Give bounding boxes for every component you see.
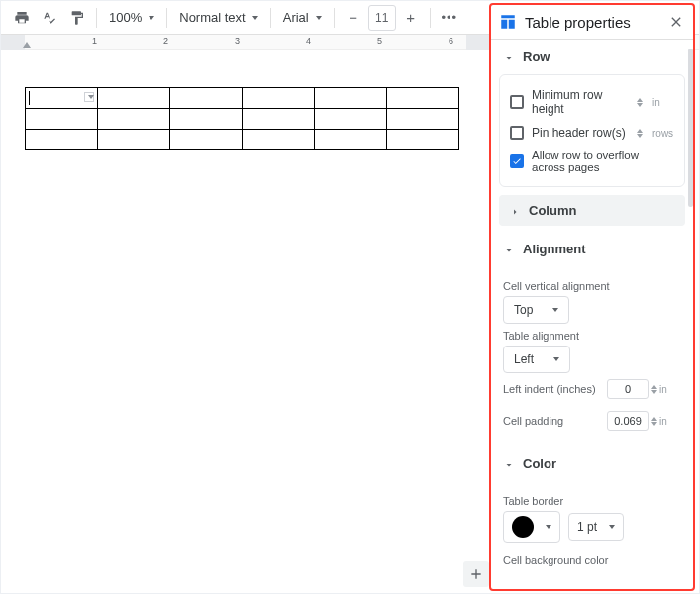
ruler-num: 2 bbox=[163, 36, 168, 46]
panel-title: Table properties bbox=[525, 14, 631, 31]
table-cell[interactable] bbox=[243, 88, 315, 109]
ruler-num: 5 bbox=[377, 36, 382, 46]
table-border-label: Table border bbox=[503, 495, 681, 507]
border-width-value: 1 pt bbox=[577, 520, 597, 534]
pin-header-checkbox[interactable] bbox=[510, 126, 524, 140]
cell-padding-stepper[interactable] bbox=[607, 411, 657, 431]
cell-menu-icon[interactable] bbox=[84, 92, 94, 102]
font-family-dropdown[interactable]: Arial bbox=[277, 5, 328, 31]
document-area[interactable] bbox=[1, 52, 493, 577]
min-row-height-unit: in bbox=[652, 97, 674, 108]
table-cell[interactable] bbox=[315, 109, 387, 130]
font-size-value[interactable]: 11 bbox=[368, 5, 396, 31]
overflow-label: Allow row to overflow across pages bbox=[532, 149, 674, 173]
section-row-header[interactable]: Row bbox=[491, 40, 693, 74]
font-family-value: Arial bbox=[283, 10, 309, 25]
table-properties-panel: Table properties Row Minimum row height … bbox=[491, 5, 693, 589]
min-row-height-checkbox[interactable] bbox=[510, 95, 524, 109]
table-cell[interactable] bbox=[170, 109, 243, 130]
print-icon[interactable] bbox=[9, 5, 35, 31]
left-indent-stepper[interactable] bbox=[607, 379, 657, 399]
cell-valign-label: Cell vertical alignment bbox=[503, 280, 681, 292]
table-row[interactable] bbox=[26, 130, 459, 150]
chevron-down-icon bbox=[503, 245, 513, 254]
section-row-title: Row bbox=[523, 50, 550, 64]
font-size-decrease[interactable]: − bbox=[341, 5, 366, 31]
table-cell[interactable] bbox=[26, 130, 98, 150]
explore-button[interactable] bbox=[463, 561, 489, 587]
pin-header-unit: rows bbox=[652, 128, 674, 139]
ruler-num: 1 bbox=[92, 36, 97, 46]
cell-padding-label: Cell padding bbox=[503, 415, 563, 427]
document-table[interactable] bbox=[25, 87, 459, 150]
table-cell[interactable] bbox=[315, 130, 387, 150]
table-align-select[interactable]: Left bbox=[503, 346, 570, 373]
pin-header-label: Pin header row(s) bbox=[532, 126, 626, 140]
left-indent-label: Left indent (inches) bbox=[503, 383, 596, 395]
chevron-right-icon bbox=[509, 206, 519, 216]
table-cell[interactable] bbox=[98, 130, 170, 150]
cell-padding-row: Cell padding in bbox=[503, 405, 681, 437]
section-column-header[interactable]: Column bbox=[499, 195, 685, 226]
paint-format-icon[interactable] bbox=[64, 5, 90, 31]
pin-header-row: Pin header row(s) rows bbox=[510, 121, 674, 145]
table-row[interactable] bbox=[26, 109, 459, 130]
chevron-down-icon bbox=[503, 52, 513, 62]
cell-valign-value: Top bbox=[514, 303, 533, 317]
table-cell[interactable] bbox=[26, 109, 98, 130]
min-row-height-stepper[interactable] bbox=[637, 98, 643, 107]
pin-header-stepper[interactable] bbox=[637, 129, 643, 138]
left-indent-input[interactable] bbox=[607, 379, 649, 399]
section-alignment-title: Alignment bbox=[523, 242, 586, 256]
border-color-select[interactable] bbox=[503, 511, 560, 543]
text-cursor bbox=[29, 91, 30, 105]
table-cell[interactable] bbox=[315, 88, 387, 109]
section-color-title: Color bbox=[523, 456, 556, 471]
cell-padding-input[interactable] bbox=[607, 411, 649, 431]
table-cell[interactable] bbox=[387, 130, 459, 150]
cell-padding-unit: in bbox=[659, 416, 681, 427]
ruler-num: 3 bbox=[235, 36, 240, 46]
min-row-height-label: Minimum row height bbox=[532, 88, 629, 116]
table-cell[interactable] bbox=[98, 109, 170, 130]
section-column-title: Column bbox=[529, 203, 576, 218]
border-width-select[interactable]: 1 pt bbox=[568, 513, 624, 541]
table-cell[interactable] bbox=[243, 109, 315, 130]
spellcheck-icon[interactable] bbox=[37, 5, 62, 31]
border-color-swatch bbox=[512, 516, 534, 538]
overflow-checkbox[interactable] bbox=[510, 154, 524, 168]
font-size-increase[interactable]: + bbox=[398, 5, 424, 31]
panel-header: Table properties bbox=[491, 5, 693, 39]
close-icon[interactable] bbox=[667, 13, 685, 31]
table-cell[interactable] bbox=[170, 130, 243, 150]
table-cell[interactable] bbox=[26, 88, 98, 109]
left-indent-row: Left indent (inches) in bbox=[503, 373, 681, 405]
table-cell[interactable] bbox=[98, 88, 170, 109]
table-cell[interactable] bbox=[243, 130, 315, 150]
table-cell[interactable] bbox=[170, 88, 243, 109]
section-color-body: Table border 1 pt Cell background color bbox=[491, 481, 693, 580]
left-indent-unit: in bbox=[659, 384, 681, 395]
overflow-row: Allow row to overflow across pages bbox=[510, 145, 674, 178]
min-row-height-row: Minimum row height in bbox=[510, 83, 674, 121]
table-cell[interactable] bbox=[387, 88, 459, 109]
section-row-body: Minimum row height in Pin header row(s) … bbox=[499, 74, 685, 187]
cell-bg-label: Cell background color bbox=[503, 554, 681, 566]
section-color-header[interactable]: Color bbox=[491, 446, 693, 481]
table-icon bbox=[499, 13, 517, 31]
zoom-dropdown[interactable]: 100% bbox=[103, 5, 160, 31]
more-toolbar-icon[interactable]: ••• bbox=[437, 5, 462, 31]
paragraph-style-value: Normal text bbox=[179, 10, 245, 25]
section-alignment-header[interactable]: Alignment bbox=[491, 232, 693, 266]
table-cell[interactable] bbox=[387, 109, 459, 130]
cell-valign-select[interactable]: Top bbox=[503, 296, 569, 324]
indent-marker[interactable] bbox=[23, 42, 31, 48]
table-row[interactable] bbox=[26, 88, 459, 109]
ruler-num: 6 bbox=[449, 36, 453, 46]
chevron-down-icon bbox=[503, 459, 513, 469]
ruler-num: 4 bbox=[306, 36, 311, 46]
table-align-value: Left bbox=[514, 352, 534, 366]
paragraph-style-dropdown[interactable]: Normal text bbox=[173, 5, 263, 31]
panel-scrollbar[interactable] bbox=[688, 49, 693, 207]
page[interactable] bbox=[1, 52, 493, 577]
